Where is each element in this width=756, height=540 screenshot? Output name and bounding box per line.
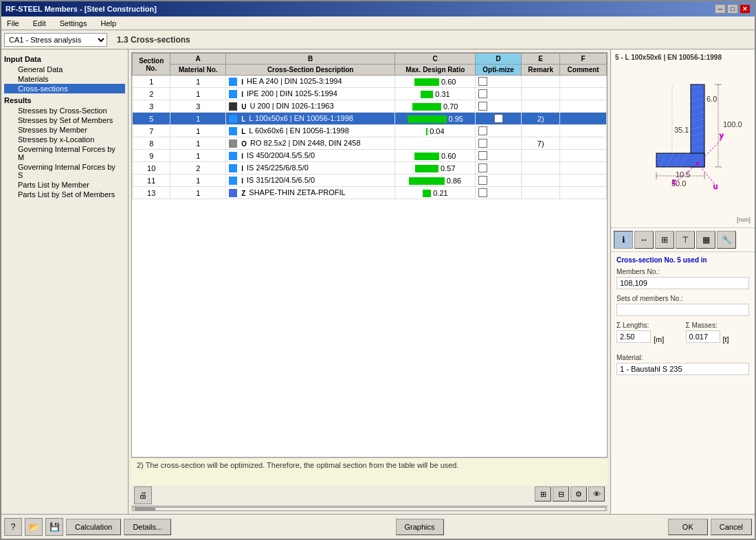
- data-table-wrapper[interactable]: SectionNo. A B C D E F Material No. Cros…: [131, 52, 608, 458]
- panel-icon-info[interactable]: ℹ: [614, 231, 633, 249]
- cell-section-no: 8: [133, 137, 170, 150]
- minimize-button[interactable]: ─: [715, 4, 726, 14]
- table-icon-1[interactable]: ⊞: [535, 486, 551, 502]
- sidebar-item-gov-forces-m[interactable]: Governing Internal Forces by M: [4, 144, 125, 162]
- table-row[interactable]: 13 1 Z SHAPE-THIN ZETA-PROFIL 0.21: [133, 187, 607, 199]
- ok-button[interactable]: OK: [668, 519, 708, 535]
- cell-material-no: 1: [170, 88, 226, 100]
- members-label: Members No.:: [616, 268, 749, 275]
- table-row[interactable]: 9 1 I IS 450/200/4.5/5.5/0 0.60: [133, 150, 607, 162]
- open-btn[interactable]: 📂: [25, 518, 43, 536]
- col-header-remark: Remark: [522, 65, 560, 76]
- sidebar-item-materials[interactable]: Materials: [4, 74, 125, 84]
- panel-icon-stress[interactable]: ⊤: [676, 231, 695, 249]
- cell-optimize[interactable]: [476, 137, 522, 150]
- right-panel: 5 - L 100x50x6 | EN 10056-1:1998: [610, 49, 755, 514]
- col-header-section-no: SectionNo.: [133, 54, 170, 76]
- cell-optimize[interactable]: [476, 162, 522, 175]
- panel-icon-section[interactable]: ⊞: [655, 231, 674, 249]
- cell-material-no: 1: [170, 150, 226, 162]
- cell-optimize[interactable]: [476, 175, 522, 187]
- cell-optimize[interactable]: [476, 150, 522, 162]
- col-header-a: A: [170, 54, 226, 65]
- table-row[interactable]: 7 1 L L 60x60x6 | EN 10056-1:1998 0.04: [133, 125, 607, 137]
- sidebar-item-stresses-x[interactable]: Stresses by x-Location: [4, 135, 125, 144]
- lengths-value: 2.50: [616, 330, 651, 343]
- cell-section-no: 10: [133, 162, 170, 175]
- sidebar-item-general-data[interactable]: General Data: [4, 65, 125, 74]
- col-header-material-no: Material No.: [170, 65, 226, 76]
- cell-comment: [560, 100, 607, 113]
- save-btn[interactable]: 💾: [45, 518, 63, 536]
- sidebar-item-parts-set[interactable]: Parts List by Set of Members: [4, 190, 125, 199]
- sidebar-item-gov-forces-s[interactable]: Governing Internal Forces by S: [4, 162, 125, 180]
- cell-optimize[interactable]: ✓: [476, 113, 522, 125]
- sets-label: Sets of members No.:: [616, 295, 749, 302]
- cell-material-no: 1: [170, 76, 226, 88]
- lengths-masses-row: Σ Lengths: 2.50 [m] Σ Masses: 0.017 [t]: [616, 322, 749, 348]
- cell-max-ratio: 0.60: [395, 150, 476, 162]
- table-row[interactable]: 3 3 U U 200 | DIN 1026-1:1963 0.70: [133, 100, 607, 113]
- table-row[interactable]: 10 2 I IS 245/225/6/8.5/0 0.57: [133, 162, 607, 175]
- table-panel: SectionNo. A B C D E F Material No. Cros…: [129, 49, 610, 514]
- menu-edit[interactable]: Edit: [30, 18, 49, 29]
- cell-material-no: 1: [170, 137, 226, 150]
- svg-rect-0: [615, 64, 750, 215]
- sidebar-item-stresses-cross[interactable]: Stresses by Cross-Section: [4, 106, 125, 115]
- load-case-dropdown[interactable]: CA1 - Stress analysis: [4, 33, 107, 47]
- cell-section-no: 5: [133, 113, 170, 125]
- cell-optimize[interactable]: [476, 76, 522, 88]
- menu-settings[interactable]: Settings: [57, 18, 90, 29]
- cell-comment: [560, 113, 607, 125]
- title-bar-buttons: ─ □ ✕: [715, 4, 751, 14]
- material-value: 1 - Baustahl S 235: [616, 363, 749, 375]
- cell-section-no: 2: [133, 88, 170, 100]
- help-icon-btn[interactable]: ?: [4, 518, 22, 536]
- graphics-button[interactable]: Graphics: [396, 519, 444, 535]
- table-icon-3[interactable]: ⚙: [570, 486, 587, 502]
- horizontal-scrollbar[interactable]: [131, 506, 608, 511]
- details-button[interactable]: Details...: [124, 519, 171, 535]
- col-header-optimize: Opti-mize: [476, 65, 522, 76]
- calculation-button[interactable]: Calculation: [66, 519, 121, 535]
- panel-icon-dims[interactable]: ↔: [634, 231, 654, 249]
- cell-optimize[interactable]: [476, 88, 522, 100]
- sidebar-item-parts-member[interactable]: Parts List by Member: [4, 180, 125, 190]
- table-icon-print[interactable]: 🖨: [134, 486, 152, 504]
- table-row[interactable]: 8 1 O RO 82.5x2 | DIN 2448, DIN 2458 7): [133, 137, 607, 150]
- panel-icon-settings[interactable]: 🔧: [717, 231, 736, 249]
- cell-material-no: 2: [170, 162, 226, 175]
- cell-optimize[interactable]: [476, 125, 522, 137]
- sidebar-item-cross-sections[interactable]: Cross-sections: [4, 84, 125, 93]
- table-icon-4[interactable]: 👁: [588, 486, 605, 502]
- cell-optimize[interactable]: [476, 187, 522, 199]
- table-row[interactable]: 2 1 I IPE 200 | DIN 1025-5:1994 0.31: [133, 88, 607, 100]
- cell-cs-desc: U U 200 | DIN 1026-1:1963: [226, 100, 395, 113]
- lengths-col: Σ Lengths: 2.50 [m]: [616, 322, 680, 348]
- sidebar-item-stresses-member[interactable]: Stresses by Member: [4, 125, 125, 135]
- cell-remark: [522, 125, 560, 137]
- table-row[interactable]: 1 1 I HE A 240 | DIN 1025-3:1994 0.60: [133, 76, 607, 88]
- panel-icon-grid[interactable]: ▦: [696, 231, 715, 249]
- cell-max-ratio: 0.31: [395, 88, 476, 100]
- menu-file[interactable]: File: [4, 18, 22, 29]
- menu-help[interactable]: Help: [98, 18, 119, 29]
- cell-material-no: 1: [170, 175, 226, 187]
- cell-optimize[interactable]: [476, 100, 522, 113]
- table-row[interactable]: 5 1 L L 100x50x6 | EN 10056-1:1998 0.95 …: [133, 113, 607, 125]
- table-icon-2[interactable]: ⊟: [553, 486, 569, 502]
- svg-text:100.0: 100.0: [723, 120, 742, 128]
- cancel-button[interactable]: Cancel: [711, 519, 752, 535]
- svg-text:u: u: [713, 182, 718, 190]
- sidebar-item-stresses-set[interactable]: Stresses by Set of Members: [4, 115, 125, 125]
- close-button[interactable]: ✕: [740, 4, 751, 14]
- cell-cs-desc: L L 100x50x6 | EN 10056-1:1998: [226, 113, 395, 125]
- table-row[interactable]: 11 1 I IS 315/120/4.5/6.5/0 0.86: [133, 175, 607, 187]
- cell-section-no: 13: [133, 187, 170, 199]
- cell-comment: [560, 187, 607, 199]
- col-header-e: E: [522, 54, 560, 65]
- cell-comment: [560, 175, 607, 187]
- cell-remark: 7): [522, 137, 560, 150]
- maximize-button[interactable]: □: [727, 4, 738, 14]
- col-header-d: D: [476, 54, 522, 65]
